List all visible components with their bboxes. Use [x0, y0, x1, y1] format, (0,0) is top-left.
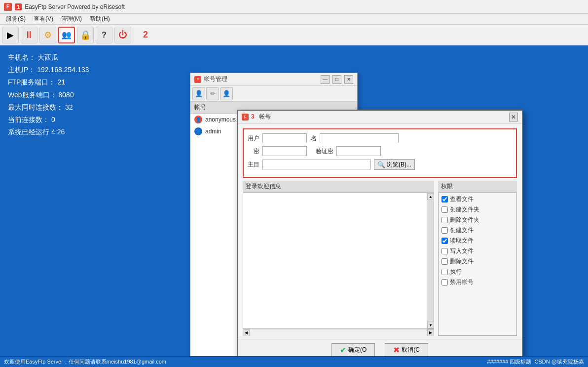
browse-icon: 🔍	[377, 161, 385, 168]
status-left: 欢迎使用EasyFtp Server，任何问题请联系meishu1981@gma…	[4, 358, 166, 366]
edit-account-button[interactable]: ✏	[206, 87, 219, 100]
admin-icon: 👤	[194, 127, 202, 135]
browse-label: 浏览(B)...	[387, 161, 411, 169]
confirm-icon: ✔	[340, 345, 346, 355]
help-button[interactable]: ?	[96, 27, 112, 43]
perm-delete-file: 删除文件	[441, 257, 514, 266]
title-label: 1	[15, 3, 22, 10]
confirm-password-input[interactable]	[336, 146, 381, 156]
user-input[interactable]	[262, 133, 307, 143]
menu-manage[interactable]: 管理(M)	[57, 14, 86, 24]
perm-delete-folder-checkbox[interactable]	[441, 217, 448, 223]
account-manager-title: 帐号管理	[204, 75, 321, 83]
toolbar: ▶ ⏸ ⚙ 👥 🔒 ? ⏻ 2	[0, 25, 588, 45]
perm-create-file-checkbox[interactable]	[441, 227, 448, 234]
menu-view[interactable]: 查看(V)	[30, 14, 57, 24]
account-manager-toolbar: 👤 ✏ 👤	[190, 86, 357, 102]
perm-execute: 执行	[441, 268, 514, 276]
status-right: ####### 四级标题 CSDN @猿究院杨嘉	[487, 358, 584, 366]
maximize-button[interactable]: □	[332, 75, 341, 84]
current-connections-label: 当前连接数：	[8, 114, 49, 126]
title-bar: F 1 EasyFtp Server Powered by eRisesoft	[0, 0, 588, 14]
confirm-label: 确定(O	[348, 346, 367, 354]
app-icon: F	[4, 3, 12, 11]
perm-delete-file-checkbox[interactable]	[441, 258, 448, 265]
scroll-up-button[interactable]: ▲	[427, 193, 434, 200]
browse-button[interactable]: 🔍 浏览(B)...	[374, 159, 415, 170]
perm-view-files-checkbox[interactable]	[441, 196, 448, 203]
anonymous-icon: 👤	[194, 116, 202, 123]
detail-title: 3 帐号	[251, 113, 509, 121]
admin-label: admin	[205, 128, 221, 135]
user-row: 用户 名	[248, 133, 512, 143]
scroll-right-button[interactable]: ▶	[427, 329, 434, 336]
perm-read-file-label: 读取文件	[450, 237, 474, 245]
anonymous-label: anonymous	[205, 116, 236, 123]
detail-title-icon: F	[242, 114, 249, 121]
cancel-label: 取消(C	[402, 346, 420, 354]
directory-input[interactable]	[262, 160, 371, 169]
delete-account-button[interactable]: 👤	[220, 87, 233, 100]
close-button[interactable]: ✕	[344, 75, 353, 84]
main-content: 主机名： 大西瓜 主机IP： 192.168.254.133 FTP服务端口： …	[0, 45, 588, 356]
play-button[interactable]: ▶	[2, 27, 19, 43]
detail-footer: ✔ 确定(O ✖ 取消(C	[238, 339, 522, 356]
perm-create-folder: 创建文件夹	[441, 205, 514, 214]
scroll-left-button[interactable]: ◀	[243, 329, 250, 336]
cancel-icon: ✖	[393, 345, 400, 355]
minimize-button[interactable]: —	[321, 75, 330, 84]
detail-title-bar: F 3 帐号 ✕	[238, 111, 522, 123]
menu-bar: 服务(S) 查看(V) 管理(M) 帮助(H)	[0, 14, 588, 25]
directory-label: 主目	[248, 161, 259, 169]
welcome-section: 登录欢迎信息 ▲ ▼ ◀ ▶	[243, 181, 434, 336]
cancel-button[interactable]: ✖ 取消(C	[385, 343, 428, 357]
ftp-port-value: 21	[57, 76, 65, 88]
perm-disable-account-label: 禁用帐号	[450, 278, 474, 286]
perm-delete-file-label: 删除文件	[450, 257, 474, 266]
name-input[interactable]	[320, 133, 399, 143]
runtime-value: 4:26	[51, 126, 65, 138]
perm-write-file-checkbox[interactable]	[441, 248, 448, 254]
settings-button[interactable]: ⚙	[39, 27, 56, 43]
users-button[interactable]: 👥	[58, 27, 75, 43]
welcome-scrollbar: ▲ ▼	[427, 193, 434, 328]
host-name-label: 主机名：	[8, 51, 36, 64]
perm-write-file: 写入文件	[441, 247, 514, 255]
lower-section: 登录欢迎信息 ▲ ▼ ◀ ▶	[243, 181, 517, 336]
perm-create-folder-checkbox[interactable]	[441, 206, 448, 213]
menu-help[interactable]: 帮助(H)	[86, 14, 114, 24]
account-manager-icon: F	[194, 76, 201, 83]
pause-button[interactable]: ⏸	[21, 27, 37, 43]
confirm-button[interactable]: ✔ 确定(O	[331, 343, 375, 357]
perm-execute-checkbox[interactable]	[441, 269, 448, 275]
perm-disable-account-checkbox[interactable]	[441, 279, 448, 285]
welcome-textarea[interactable]	[243, 193, 427, 328]
perm-view-files: 查看文件	[441, 195, 514, 204]
menu-service[interactable]: 服务(S)	[2, 14, 30, 24]
ftp-port-label: FTP服务端口：	[8, 76, 55, 88]
status-bar: 欢迎使用EasyFtp Server，任何问题请联系meishu1981@gma…	[0, 356, 588, 367]
welcome-textarea-wrapper: ▲ ▼	[243, 193, 434, 329]
perm-create-file: 创建文件	[441, 226, 514, 235]
add-account-button[interactable]: 👤	[192, 87, 205, 100]
max-connections-value: 32	[65, 101, 73, 114]
lock-button[interactable]: 🔒	[77, 27, 94, 43]
perm-disable-account: 禁用帐号	[441, 278, 514, 286]
host-name-value: 大西瓜	[37, 51, 58, 64]
current-connections-value: 0	[51, 114, 55, 126]
web-port-value: 8080	[59, 89, 74, 101]
password-input[interactable]	[262, 146, 307, 156]
scroll-down-button[interactable]: ▼	[427, 322, 434, 328]
info-panel: 主机名： 大西瓜 主机IP： 192.168.254.133 FTP服务端口： …	[0, 45, 97, 356]
user-info-box: 用户 名 密 验证密 主目 🔍 浏览(B)...	[243, 128, 517, 178]
label-2: 2	[143, 30, 148, 40]
power-button[interactable]: ⏻	[114, 27, 131, 43]
host-ip-label: 主机IP：	[8, 64, 35, 76]
welcome-header: 登录欢迎信息	[243, 181, 434, 193]
detail-close-button[interactable]: ✕	[509, 113, 518, 122]
app-window: F 1 EasyFtp Server Powered by eRisesoft …	[0, 0, 588, 367]
perm-create-folder-label: 创建文件夹	[450, 205, 479, 214]
permissions-section: 权限 查看文件 创建文件夹 删除文件夹	[438, 181, 517, 336]
perm-read-file-checkbox[interactable]	[441, 238, 448, 244]
user-label: 用户	[248, 134, 259, 143]
